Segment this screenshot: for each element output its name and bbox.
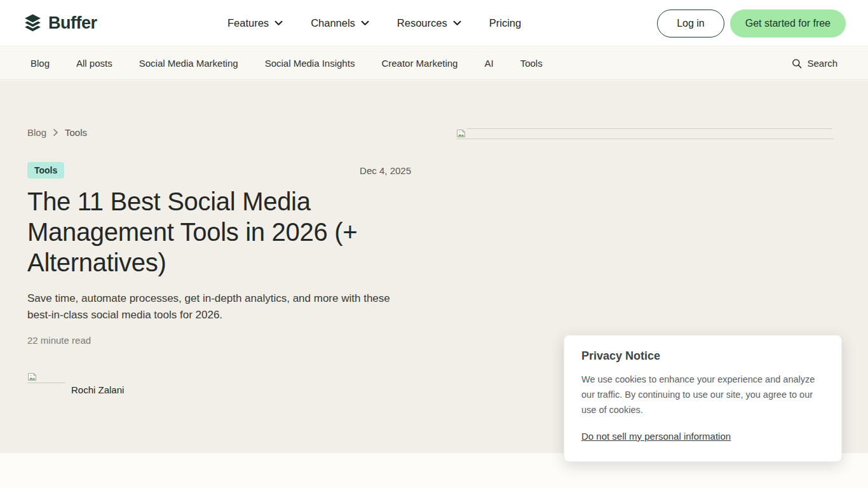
main-nav: Features Channels Resources Pricing bbox=[227, 0, 521, 46]
breadcrumb: Blog Tools bbox=[27, 127, 87, 138]
broken-image-border-top bbox=[467, 128, 832, 129]
breadcrumb-tools-link[interactable]: Tools bbox=[65, 127, 87, 138]
login-button[interactable]: Log in bbox=[657, 10, 724, 37]
privacy-notice-dialog: Privacy Notice We use cookies to enhance… bbox=[564, 335, 842, 462]
nav-item-channels[interactable]: Channels bbox=[311, 17, 369, 29]
nav-item-pricing[interactable]: Pricing bbox=[489, 17, 521, 29]
post-date: Dec 4, 2025 bbox=[360, 165, 411, 176]
privacy-notice-body: We use cookies to enhance your experienc… bbox=[581, 372, 824, 417]
broken-image-border-bottom bbox=[456, 139, 834, 139]
buffer-logo[interactable]: Buffer bbox=[23, 0, 97, 46]
chevron-right-icon bbox=[53, 128, 58, 137]
post-title: The 11 Best Social Media Management Tool… bbox=[27, 186, 386, 278]
chevron-down-icon bbox=[275, 20, 283, 26]
badge-date-row: Tools Dec 4, 2025 bbox=[27, 161, 411, 179]
search-label: Search bbox=[807, 58, 837, 69]
subnav-item-social-media-insights[interactable]: Social Media Insights bbox=[265, 58, 355, 69]
site-header: Buffer Features Channels Resources Prici… bbox=[0, 0, 868, 46]
nav-item-label: Channels bbox=[311, 17, 355, 29]
search-icon bbox=[792, 58, 802, 69]
read-time: 22 minute read bbox=[27, 335, 91, 346]
post-subtitle: Save time, automate processes, get in-de… bbox=[27, 290, 393, 323]
search-button[interactable]: Search bbox=[792, 58, 837, 69]
buffer-logo-icon bbox=[23, 13, 43, 33]
header-actions: Log in Get started for free bbox=[657, 0, 846, 46]
author-row: Rochi Zalani bbox=[27, 372, 218, 398]
author-name[interactable]: Rochi Zalani bbox=[71, 384, 124, 395]
blog-subnav: Blog All posts Social Media Marketing So… bbox=[0, 47, 868, 80]
author-avatar-broken-image bbox=[27, 372, 65, 383]
chevron-down-icon bbox=[361, 20, 369, 26]
nav-item-features[interactable]: Features bbox=[227, 17, 283, 29]
subnav-item-creator-marketing[interactable]: Creator Marketing bbox=[381, 58, 458, 69]
hero-broken-image bbox=[456, 128, 832, 139]
nav-item-label: Features bbox=[227, 17, 269, 29]
subnav-item-blog[interactable]: Blog bbox=[31, 58, 50, 69]
broken-image-icon bbox=[27, 372, 37, 382]
subnav-item-social-media-marketing[interactable]: Social Media Marketing bbox=[139, 58, 238, 69]
get-started-button[interactable]: Get started for free bbox=[730, 10, 846, 37]
broken-image-icon bbox=[456, 128, 466, 139]
nav-item-label: Resources bbox=[397, 17, 447, 29]
privacy-notice-title: Privacy Notice bbox=[581, 349, 824, 363]
breadcrumb-blog-link[interactable]: Blog bbox=[27, 127, 46, 138]
category-badge[interactable]: Tools bbox=[27, 162, 64, 179]
subnav-item-tools[interactable]: Tools bbox=[520, 58, 543, 69]
chevron-down-icon bbox=[453, 20, 461, 26]
blog-subnav-items: Blog All posts Social Media Marketing So… bbox=[0, 58, 543, 69]
subnav-item-all-posts[interactable]: All posts bbox=[76, 58, 112, 69]
nav-item-label: Pricing bbox=[489, 17, 521, 29]
buffer-logo-text: Buffer bbox=[48, 13, 97, 33]
nav-item-resources[interactable]: Resources bbox=[397, 17, 461, 29]
subnav-item-ai[interactable]: AI bbox=[484, 58, 493, 69]
do-not-sell-link[interactable]: Do not sell my personal information bbox=[581, 431, 731, 442]
